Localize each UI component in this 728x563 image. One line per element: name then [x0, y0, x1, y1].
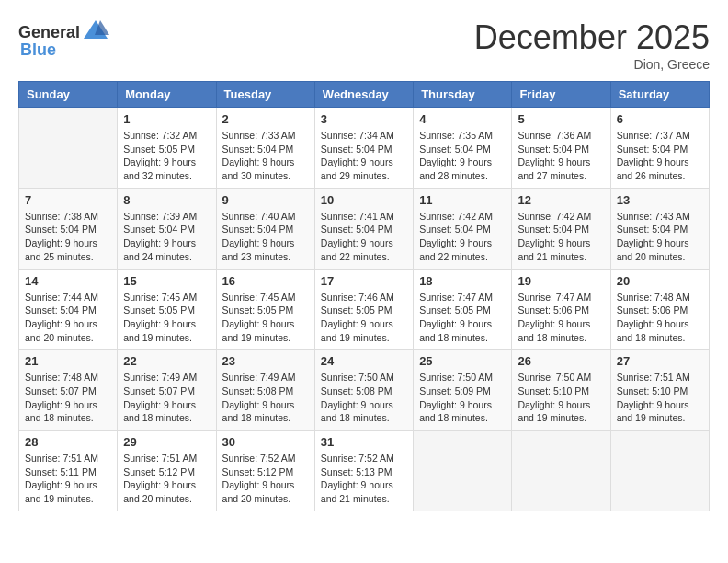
- calendar-week-row: 1 Sunrise: 7:32 AM Sunset: 5:05 PM Dayli…: [19, 108, 710, 189]
- calendar-cell: 22 Sunrise: 7:49 AM Sunset: 5:07 PM Dayl…: [118, 350, 216, 431]
- day-info: Sunrise: 7:37 AM Sunset: 5:04 PM Dayligh…: [617, 129, 703, 183]
- day-info: Sunrise: 7:39 AM Sunset: 5:04 PM Dayligh…: [123, 210, 210, 264]
- calendar-cell: 18 Sunrise: 7:47 AM Sunset: 5:05 PM Dayl…: [414, 269, 512, 350]
- weekday-header: Tuesday: [216, 82, 314, 108]
- logo-general: General: [18, 23, 80, 42]
- calendar-cell: 11 Sunrise: 7:42 AM Sunset: 5:04 PM Dayl…: [414, 188, 512, 269]
- calendar-cell: 31 Sunrise: 7:52 AM Sunset: 5:13 PM Dayl…: [314, 431, 413, 511]
- day-number: 25: [419, 354, 506, 368]
- calendar-cell: 3 Sunrise: 7:34 AM Sunset: 5:04 PM Dayli…: [314, 108, 413, 189]
- day-number: 9: [222, 193, 309, 207]
- calendar-cell: 7 Sunrise: 7:38 AM Sunset: 5:04 PM Dayli…: [19, 188, 118, 269]
- day-number: 24: [321, 354, 407, 368]
- calendar-cell: 23 Sunrise: 7:49 AM Sunset: 5:08 PM Dayl…: [216, 350, 314, 431]
- day-info: Sunrise: 7:38 AM Sunset: 5:04 PM Dayligh…: [25, 210, 111, 264]
- day-info: Sunrise: 7:48 AM Sunset: 5:07 PM Dayligh…: [25, 371, 111, 425]
- day-info: Sunrise: 7:52 AM Sunset: 5:13 PM Dayligh…: [321, 452, 407, 506]
- day-number: 23: [222, 354, 309, 368]
- day-number: 2: [222, 112, 309, 126]
- day-number: 28: [25, 435, 111, 449]
- calendar-cell: 5 Sunrise: 7:36 AM Sunset: 5:04 PM Dayli…: [512, 108, 610, 189]
- calendar-cell: [512, 431, 610, 511]
- day-number: 20: [617, 274, 703, 288]
- day-info: Sunrise: 7:49 AM Sunset: 5:07 PM Dayligh…: [123, 371, 210, 425]
- calendar-cell: 27 Sunrise: 7:51 AM Sunset: 5:10 PM Dayl…: [610, 350, 709, 431]
- calendar-cell: [610, 431, 709, 511]
- weekday-header: Monday: [118, 82, 216, 108]
- day-info: Sunrise: 7:49 AM Sunset: 5:08 PM Dayligh…: [222, 371, 309, 425]
- day-number: 15: [123, 274, 210, 288]
- calendar-week-row: 7 Sunrise: 7:38 AM Sunset: 5:04 PM Dayli…: [19, 188, 710, 269]
- calendar-cell: 21 Sunrise: 7:48 AM Sunset: 5:07 PM Dayl…: [19, 350, 118, 431]
- day-number: 10: [321, 193, 407, 207]
- calendar-table: SundayMondayTuesdayWednesdayThursdayFrid…: [18, 81, 710, 511]
- calendar-cell: 12 Sunrise: 7:42 AM Sunset: 5:04 PM Dayl…: [512, 188, 610, 269]
- day-info: Sunrise: 7:33 AM Sunset: 5:04 PM Dayligh…: [222, 129, 309, 183]
- day-number: 17: [321, 274, 407, 288]
- day-info: Sunrise: 7:42 AM Sunset: 5:04 PM Dayligh…: [419, 210, 506, 264]
- day-info: Sunrise: 7:40 AM Sunset: 5:04 PM Dayligh…: [222, 210, 309, 264]
- day-info: Sunrise: 7:50 AM Sunset: 5:09 PM Dayligh…: [419, 371, 506, 425]
- day-info: Sunrise: 7:51 AM Sunset: 5:11 PM Dayligh…: [25, 452, 111, 506]
- calendar-cell: 13 Sunrise: 7:43 AM Sunset: 5:04 PM Dayl…: [610, 188, 709, 269]
- day-number: 19: [518, 274, 604, 288]
- calendar-cell: 14 Sunrise: 7:44 AM Sunset: 5:04 PM Dayl…: [19, 269, 118, 350]
- logo: General Blue: [18, 18, 108, 60]
- day-info: Sunrise: 7:47 AM Sunset: 5:06 PM Dayligh…: [518, 291, 604, 345]
- day-number: 12: [518, 193, 604, 207]
- day-number: 18: [419, 274, 506, 288]
- day-number: 1: [123, 112, 210, 126]
- day-info: Sunrise: 7:32 AM Sunset: 5:05 PM Dayligh…: [123, 129, 210, 183]
- calendar-cell: 10 Sunrise: 7:41 AM Sunset: 5:04 PM Dayl…: [314, 188, 413, 269]
- calendar-cell: 15 Sunrise: 7:45 AM Sunset: 5:05 PM Dayl…: [118, 269, 216, 350]
- day-info: Sunrise: 7:36 AM Sunset: 5:04 PM Dayligh…: [518, 129, 604, 183]
- day-info: Sunrise: 7:35 AM Sunset: 5:04 PM Dayligh…: [419, 129, 506, 183]
- calendar-cell: 19 Sunrise: 7:47 AM Sunset: 5:06 PM Dayl…: [512, 269, 610, 350]
- day-info: Sunrise: 7:50 AM Sunset: 5:10 PM Dayligh…: [518, 371, 604, 425]
- day-number: 5: [518, 112, 604, 126]
- calendar-cell: 4 Sunrise: 7:35 AM Sunset: 5:04 PM Dayli…: [414, 108, 512, 189]
- calendar-cell: 1 Sunrise: 7:32 AM Sunset: 5:05 PM Dayli…: [118, 108, 216, 189]
- title-section: December 2025 Dion, Greece: [474, 18, 710, 72]
- day-number: 6: [617, 112, 703, 126]
- calendar-cell: 28 Sunrise: 7:51 AM Sunset: 5:11 PM Dayl…: [19, 431, 118, 511]
- month-title: December 2025: [474, 18, 710, 57]
- calendar-week-row: 14 Sunrise: 7:44 AM Sunset: 5:04 PM Dayl…: [19, 269, 710, 350]
- calendar-cell: 6 Sunrise: 7:37 AM Sunset: 5:04 PM Dayli…: [610, 108, 709, 189]
- weekday-header: Saturday: [610, 82, 709, 108]
- day-info: Sunrise: 7:45 AM Sunset: 5:05 PM Dayligh…: [123, 291, 210, 345]
- day-info: Sunrise: 7:50 AM Sunset: 5:08 PM Dayligh…: [321, 371, 407, 425]
- day-number: 11: [419, 193, 506, 207]
- day-number: 21: [25, 354, 111, 368]
- day-number: 26: [518, 354, 604, 368]
- day-number: 14: [25, 274, 111, 288]
- logo-icon: [82, 18, 109, 46]
- calendar-week-row: 28 Sunrise: 7:51 AM Sunset: 5:11 PM Dayl…: [19, 431, 710, 511]
- location: Dion, Greece: [474, 57, 710, 72]
- day-number: 29: [123, 435, 210, 449]
- day-number: 27: [617, 354, 703, 368]
- day-info: Sunrise: 7:51 AM Sunset: 5:12 PM Dayligh…: [123, 452, 210, 506]
- day-info: Sunrise: 7:52 AM Sunset: 5:12 PM Dayligh…: [222, 452, 309, 506]
- day-number: 16: [222, 274, 309, 288]
- weekday-header: Friday: [512, 82, 610, 108]
- day-number: 22: [123, 354, 210, 368]
- calendar-cell: 24 Sunrise: 7:50 AM Sunset: 5:08 PM Dayl…: [314, 350, 413, 431]
- day-number: 31: [321, 435, 407, 449]
- calendar-week-row: 21 Sunrise: 7:48 AM Sunset: 5:07 PM Dayl…: [19, 350, 710, 431]
- calendar-cell: 20 Sunrise: 7:48 AM Sunset: 5:06 PM Dayl…: [610, 269, 709, 350]
- calendar-cell: 16 Sunrise: 7:45 AM Sunset: 5:05 PM Dayl…: [216, 269, 314, 350]
- day-info: Sunrise: 7:48 AM Sunset: 5:06 PM Dayligh…: [617, 291, 703, 345]
- day-info: Sunrise: 7:43 AM Sunset: 5:04 PM Dayligh…: [617, 210, 703, 264]
- day-number: 7: [25, 193, 111, 207]
- weekday-header: Thursday: [414, 82, 512, 108]
- calendar-cell: 2 Sunrise: 7:33 AM Sunset: 5:04 PM Dayli…: [216, 108, 314, 189]
- calendar-cell: 17 Sunrise: 7:46 AM Sunset: 5:05 PM Dayl…: [314, 269, 413, 350]
- day-number: 13: [617, 193, 703, 207]
- calendar-cell: 9 Sunrise: 7:40 AM Sunset: 5:04 PM Dayli…: [216, 188, 314, 269]
- day-info: Sunrise: 7:34 AM Sunset: 5:04 PM Dayligh…: [321, 129, 407, 183]
- day-info: Sunrise: 7:41 AM Sunset: 5:04 PM Dayligh…: [321, 210, 407, 264]
- day-info: Sunrise: 7:51 AM Sunset: 5:10 PM Dayligh…: [617, 371, 703, 425]
- day-number: 3: [321, 112, 407, 126]
- day-info: Sunrise: 7:45 AM Sunset: 5:05 PM Dayligh…: [222, 291, 309, 345]
